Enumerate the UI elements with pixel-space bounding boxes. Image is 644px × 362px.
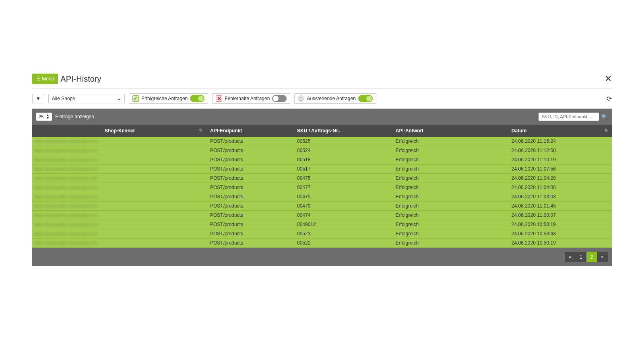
cell-response: Erfolgreich bbox=[392, 229, 508, 239]
cell-response: Erfolgreich bbox=[392, 146, 508, 155]
cell-shop: https://storyseller.myshopify.com bbox=[32, 211, 206, 220]
cell-date: 24.06.2020 11:00:07 bbox=[508, 211, 612, 220]
table-row[interactable]: https://storyseller.myshopify.comPOST/pr… bbox=[32, 174, 612, 183]
refresh-button[interactable]: ⟳ bbox=[607, 95, 612, 103]
table-row[interactable]: https://storyseller.myshopify.comPOST/pr… bbox=[32, 146, 612, 155]
page-next[interactable]: » bbox=[597, 252, 608, 262]
cell-response: Erfolgreich bbox=[392, 137, 508, 146]
table-row[interactable]: https://storyseller.myshopify.comPOST/pr… bbox=[32, 202, 612, 211]
col-shop[interactable]: Shop-Kenner ⇅ bbox=[32, 125, 206, 137]
page-title: API-History bbox=[60, 74, 101, 84]
table-row[interactable]: https://storyseller.myshopify.comPOST/pr… bbox=[32, 192, 612, 202]
page-size-select[interactable]: 25 ▲▼ bbox=[36, 113, 52, 121]
toggle-success[interactable] bbox=[190, 95, 204, 102]
cell-endpoint: POST/products bbox=[206, 220, 293, 229]
search-input[interactable] bbox=[539, 113, 599, 121]
stepper-icon: ▲▼ bbox=[46, 114, 50, 119]
double-chevron-left-icon: « bbox=[569, 254, 572, 260]
table-row[interactable]: https://storyseller.myshopify.comPOST/pr… bbox=[32, 165, 612, 174]
page-size-value: 25 bbox=[39, 114, 43, 119]
cell-date: 24.06.2020 11:04:28 bbox=[508, 174, 612, 183]
cell-shop: https://storyseller.myshopify.com bbox=[32, 220, 206, 229]
col-endpoint[interactable]: API-Endpunkt bbox=[206, 125, 293, 137]
cell-sku: 00523 bbox=[293, 229, 392, 239]
close-button[interactable]: ✕ bbox=[605, 74, 612, 84]
shop-select-value: Alle Shops bbox=[52, 96, 75, 101]
cell-shop: https://storyseller.myshopify.com bbox=[32, 165, 206, 174]
cell-shop: https://storyseller.myshopify.com bbox=[32, 229, 206, 239]
search-icon: 🔍 bbox=[601, 114, 608, 120]
filter-success: ✓ Erfolgreiche Anfragen bbox=[129, 93, 208, 104]
cell-date: 24.06.2020 11:01:45 bbox=[508, 202, 612, 211]
cell-date: 24.06.2020 11:03:03 bbox=[508, 192, 612, 202]
sort-icon: ⇅ bbox=[199, 128, 202, 132]
cell-shop: https://storyseller.myshopify.com bbox=[32, 155, 206, 165]
table-row[interactable]: https://storyseller.myshopify.comPOST/pr… bbox=[32, 155, 612, 165]
cell-sku: 00479 bbox=[293, 202, 392, 211]
cell-date: 24.06.2020 10:58:19 bbox=[508, 220, 612, 229]
shop-select[interactable]: Alle Shops ⌄ bbox=[48, 94, 125, 103]
col-response[interactable]: API-Antwort bbox=[392, 125, 508, 137]
cell-shop: https://storyseller.myshopify.com bbox=[32, 202, 206, 211]
table-row[interactable]: https://storyseller.myshopify.comPOST/pr… bbox=[32, 239, 612, 248]
cell-date: 24.06.2020 11:12:50 bbox=[508, 146, 612, 155]
entries-label: Einträge anzeigen bbox=[55, 114, 94, 119]
filter-success-label: Erfolgreiche Anfragen bbox=[141, 96, 188, 101]
col-date[interactable]: Datum ⇅ bbox=[508, 125, 612, 137]
cell-shop: https://storyseller.myshopify.com bbox=[32, 239, 206, 248]
sort-icon: ⇅ bbox=[605, 128, 608, 132]
cell-endpoint: POST/products bbox=[206, 202, 293, 211]
cell-date: 24.06.2020 11:10:19 bbox=[508, 155, 612, 165]
check-icon: ✓ bbox=[132, 95, 139, 102]
cell-endpoint: POST/products bbox=[206, 146, 293, 155]
menu-button[interactable]: ☰ Menü bbox=[32, 74, 58, 84]
col-sku[interactable]: SKU / Auftrags-Nr... bbox=[293, 125, 392, 137]
filter-error-label: Fehlerhafte Anfragen bbox=[225, 96, 270, 101]
cell-date: 24.06.2020 11:07:56 bbox=[508, 165, 612, 174]
page-2[interactable]: 2 bbox=[586, 252, 597, 262]
filter-error: ✕ Fehlerhafte Anfragen bbox=[212, 93, 290, 104]
cell-sku: 00524 bbox=[293, 146, 392, 155]
cell-shop: https://storyseller.myshopify.com bbox=[32, 174, 206, 183]
cell-shop: https://storyseller.myshopify.com bbox=[32, 137, 206, 146]
cell-date: 24.06.2020 10:50:19 bbox=[508, 239, 612, 248]
cell-response: Erfolgreich bbox=[392, 165, 508, 174]
table-row[interactable]: https://storyseller.myshopify.comPOST/pr… bbox=[32, 137, 612, 146]
cell-response: Erfolgreich bbox=[392, 220, 508, 229]
cell-response: Erfolgreich bbox=[392, 202, 508, 211]
cell-sku: 00517 bbox=[293, 165, 392, 174]
table-row[interactable]: https://storyseller.myshopify.comPOST/pr… bbox=[32, 220, 612, 229]
cell-sku: 00474 bbox=[293, 211, 392, 220]
cell-endpoint: POST/products bbox=[206, 211, 293, 220]
cell-sku: 00477 bbox=[293, 183, 392, 192]
divider bbox=[32, 88, 612, 88]
filter-pending-label: Ausstehende Anfragen bbox=[307, 96, 355, 101]
table-row[interactable]: https://storyseller.myshopify.comPOST/pr… bbox=[32, 211, 612, 220]
table-row[interactable]: https://storyseller.myshopify.comPOST/pr… bbox=[32, 229, 612, 239]
chevron-down-icon: ⌄ bbox=[117, 96, 121, 101]
cell-sku: 00522 bbox=[293, 239, 392, 248]
x-icon: ✕ bbox=[216, 95, 222, 102]
refresh-icon: ⟳ bbox=[607, 95, 612, 102]
double-chevron-right-icon: » bbox=[601, 254, 604, 260]
cell-endpoint: POST/products bbox=[206, 137, 293, 146]
close-icon: ✕ bbox=[605, 74, 612, 84]
table-row[interactable]: https://storyseller.myshopify.comPOST/pr… bbox=[32, 183, 612, 192]
cell-date: 24.06.2020 11:15:24 bbox=[508, 137, 612, 146]
cell-endpoint: POST/products bbox=[206, 174, 293, 183]
search-button[interactable]: 🔍 bbox=[601, 114, 608, 120]
page-1[interactable]: 1 bbox=[576, 252, 586, 262]
cell-response: Erfolgreich bbox=[392, 174, 508, 183]
cell-endpoint: POST/products bbox=[206, 155, 293, 165]
toggle-pending[interactable] bbox=[358, 95, 373, 102]
cell-sku: 00475 bbox=[293, 192, 392, 202]
cell-response: Erfolgreich bbox=[392, 211, 508, 220]
page-first[interactable]: « bbox=[565, 252, 576, 262]
toggle-error[interactable] bbox=[272, 95, 287, 102]
filter-pending: ◌ Ausstehende Anfragen bbox=[294, 93, 376, 104]
filter-button[interactable]: ▼ bbox=[32, 94, 44, 103]
cell-sku: 00475 bbox=[293, 174, 392, 183]
cell-shop: https://storyseller.myshopify.com bbox=[32, 183, 206, 192]
api-history-table: Shop-Kenner ⇅ API-Endpunkt SKU / Auftrag… bbox=[32, 125, 612, 248]
loading-icon: ◌ bbox=[298, 95, 304, 102]
